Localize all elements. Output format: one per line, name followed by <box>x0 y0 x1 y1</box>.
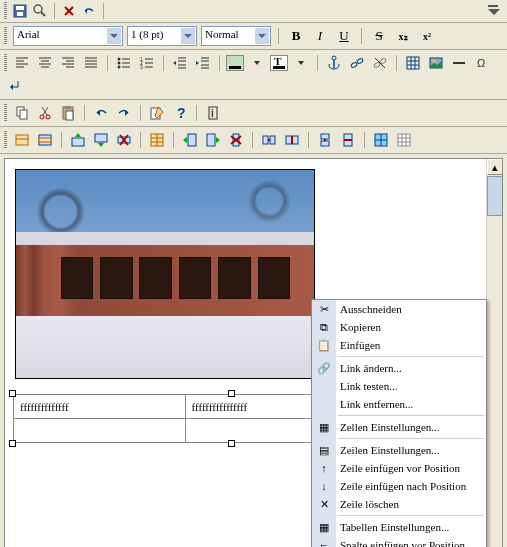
separator <box>84 105 85 121</box>
align-left-icon[interactable] <box>12 53 32 73</box>
table-icon[interactable] <box>403 53 423 73</box>
table-props-icon[interactable] <box>147 130 167 150</box>
row-insert-before-icon[interactable] <box>68 130 88 150</box>
align-justify-icon[interactable] <box>81 53 101 73</box>
menu-link-test[interactable]: Link testen... <box>312 377 486 395</box>
scroll-thumb[interactable] <box>487 176 503 216</box>
save-icon[interactable] <box>11 2 29 20</box>
select-table-icon[interactable] <box>371 130 391 150</box>
redo-icon[interactable] <box>114 103 134 123</box>
find-icon[interactable] <box>31 2 49 20</box>
align-right-icon[interactable] <box>58 53 78 73</box>
anchor-icon[interactable] <box>324 53 344 73</box>
resize-handle[interactable] <box>228 390 235 397</box>
indent-icon[interactable] <box>193 53 213 73</box>
menu-row-delete[interactable]: ✕Zeile löschen <box>312 495 486 513</box>
separator <box>163 55 164 71</box>
resize-handle[interactable] <box>228 440 235 447</box>
vertical-scrollbar[interactable]: ▴ ▾ <box>486 159 502 547</box>
svg-rect-88 <box>233 134 239 146</box>
menu-row-before[interactable]: ↑Zeile einfügen vor Position <box>312 459 486 477</box>
grip <box>4 54 7 72</box>
resize-handle[interactable] <box>9 390 16 397</box>
link-icon[interactable] <box>347 53 367 73</box>
menu-link-edit[interactable]: 🔗Link ändern... <box>312 359 486 377</box>
font-select[interactable]: Arial <box>13 26 123 46</box>
svg-line-50 <box>375 58 385 68</box>
svg-line-62 <box>42 107 47 115</box>
svg-point-65 <box>46 115 50 119</box>
separator <box>308 132 309 148</box>
merge-down-icon[interactable] <box>315 130 335 150</box>
menu-table-settings[interactable]: ▦Tabellen Einstellungen... <box>312 518 486 536</box>
textcolor-picker[interactable]: T <box>270 55 288 71</box>
subscript-button[interactable]: x₂ <box>393 26 413 46</box>
undo-icon[interactable] <box>80 2 98 20</box>
svg-rect-69 <box>151 108 160 119</box>
svg-line-89 <box>231 136 241 144</box>
table-cell[interactable] <box>14 419 186 443</box>
outdent-icon[interactable] <box>170 53 190 73</box>
menu-row-after[interactable]: ↓Zeile einfügen nach Position <box>312 477 486 495</box>
row-props-icon[interactable] <box>35 130 55 150</box>
svg-rect-73 <box>16 135 28 145</box>
dropdown-icon[interactable] <box>291 53 311 73</box>
svg-rect-1 <box>16 6 24 10</box>
list-bullet-icon[interactable] <box>114 53 134 73</box>
separator <box>396 55 397 71</box>
menu-col-before[interactable]: ←Spalte einfügen vor Position <box>312 536 486 547</box>
italic-button[interactable]: I <box>310 26 330 46</box>
size-select[interactable]: 1 (8 pt) <box>127 26 197 46</box>
format-toolbar: Arial 1 (8 pt) Normal B I U S x₂ x² <box>0 23 507 50</box>
merge-cells-icon[interactable] <box>259 130 279 150</box>
menu-link-remove[interactable]: Link entfernen... <box>312 395 486 413</box>
svg-text:1: 1 <box>140 56 143 62</box>
unlink-icon[interactable] <box>370 53 390 73</box>
strike-button[interactable]: S <box>369 26 389 46</box>
row-delete-icon[interactable] <box>114 130 134 150</box>
menu-cell-settings[interactable]: ▦Zellen Einstellungen... <box>312 418 486 436</box>
style-select[interactable]: Normal <box>201 26 271 46</box>
info-icon[interactable]: i <box>203 103 223 123</box>
row-insert-after-icon[interactable] <box>91 130 111 150</box>
menu-copy[interactable]: ⧉Kopieren <box>312 318 486 336</box>
menu-icon[interactable] <box>485 2 503 20</box>
dropdown-icon[interactable] <box>247 53 267 73</box>
menu-row-settings[interactable]: ▤Zeilen Einstellungen... <box>312 441 486 459</box>
menu-paste[interactable]: 📋Einfügen <box>312 336 486 354</box>
hr-icon[interactable] <box>449 53 469 73</box>
image-icon[interactable] <box>426 53 446 73</box>
help-icon[interactable]: ? <box>170 103 190 123</box>
superscript-button[interactable]: x² <box>417 26 437 46</box>
bgcolor-picker[interactable] <box>226 55 244 71</box>
scroll-up-icon[interactable]: ▴ <box>487 159 503 175</box>
bold-button[interactable]: B <box>286 26 306 46</box>
col-insert-after-icon[interactable] <box>203 130 223 150</box>
edit-icon[interactable] <box>147 103 167 123</box>
table-cell[interactable]: ffffffffffffff <box>14 395 186 419</box>
row-icon: ▤ <box>316 442 332 458</box>
copy-icon[interactable] <box>12 103 32 123</box>
svg-rect-51 <box>407 57 419 69</box>
menu-label: Ausschneiden <box>340 303 402 315</box>
table-grid-icon[interactable] <box>394 130 414 150</box>
image-object[interactable] <box>15 169 315 379</box>
char-icon[interactable]: Ω <box>472 53 492 73</box>
editor-canvas[interactable]: ffffffffffffff ffffffffffffffff Lff ▴ ▾ … <box>4 158 503 547</box>
svg-point-44 <box>332 56 336 60</box>
align-center-icon[interactable] <box>35 53 55 73</box>
split-row-icon[interactable] <box>338 130 358 150</box>
list-number-icon[interactable]: 123 <box>137 53 157 73</box>
split-cells-icon[interactable] <box>282 130 302 150</box>
br-icon[interactable] <box>4 76 24 96</box>
underline-button[interactable]: U <box>334 26 354 46</box>
close-icon[interactable] <box>60 2 78 20</box>
col-delete-icon[interactable] <box>226 130 246 150</box>
undo2-icon[interactable] <box>91 103 111 123</box>
menu-cut[interactable]: ✂Ausschneiden <box>312 300 486 318</box>
col-insert-before-icon[interactable] <box>180 130 200 150</box>
paste-icon[interactable] <box>58 103 78 123</box>
cell-props-icon[interactable] <box>12 130 32 150</box>
cut-icon[interactable] <box>35 103 55 123</box>
resize-handle[interactable] <box>9 440 16 447</box>
